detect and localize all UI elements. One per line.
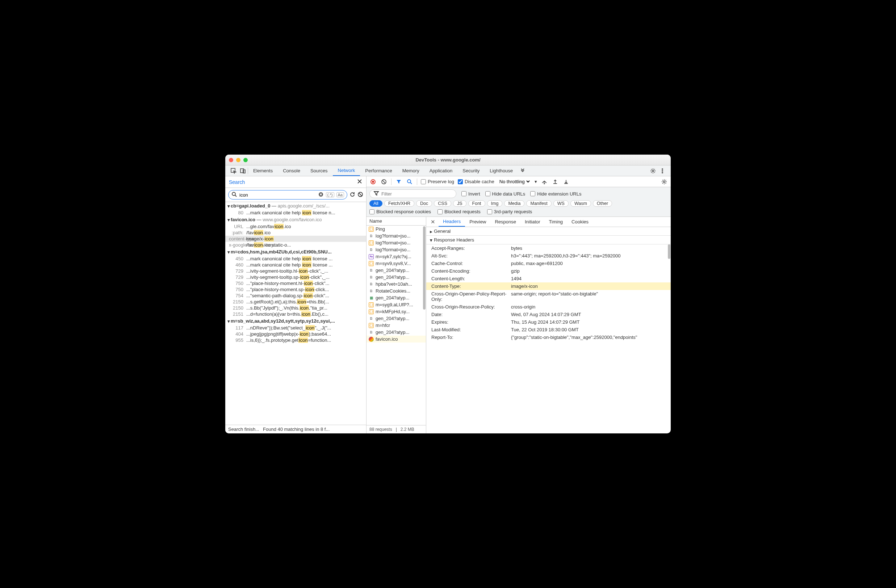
search-match-row[interactable]: content-type:image/x-icon — [225, 236, 366, 242]
inspect-icon[interactable] — [229, 168, 238, 174]
request-row[interactable]: ⇆m=syk7,sylc?xj... — [367, 253, 426, 260]
headers-scrollbar[interactable] — [668, 244, 670, 259]
filter-chip-all[interactable]: All — [369, 200, 382, 207]
header-row[interactable]: Date:Wed, 07 Aug 2024 14:07:29 GMT — [426, 311, 671, 318]
filter-chip-other[interactable]: Other — [593, 200, 612, 207]
header-row[interactable]: Alt-Svc:h3=":443"; ma=2592000,h3-29=":44… — [426, 252, 671, 260]
request-row[interactable]: 🗎hpba?vet=10ah... — [367, 280, 426, 288]
search-match-row[interactable]: URL...gle.com/favicon.ico — [225, 223, 366, 230]
search-match-row[interactable]: 2150...s.Bb("Jylpdf");_.Vn(this.icon,"ti… — [225, 305, 366, 311]
request-row[interactable]: 🗎gen_204?atyp... — [367, 329, 426, 336]
filter-chip-css[interactable]: CSS — [434, 200, 451, 207]
panel-tab-memory[interactable]: Memory — [397, 166, 424, 176]
upload-har-icon[interactable] — [552, 178, 559, 185]
search-input[interactable] — [239, 192, 316, 198]
detail-tab-timing[interactable]: Timing — [545, 217, 567, 227]
settings-icon[interactable] — [648, 168, 658, 174]
filter-chip-media[interactable]: Media — [504, 200, 524, 207]
request-row[interactable]: ▦gen_204?atyp... — [367, 294, 426, 301]
filter-icon[interactable] — [395, 178, 402, 185]
request-row[interactable]: 🗎gen_204?atyp... — [367, 274, 426, 280]
request-row[interactable]: favicon.ico — [367, 336, 426, 343]
refresh-search-icon[interactable] — [349, 192, 355, 198]
close-detail-icon[interactable]: ✕ — [428, 219, 437, 225]
invert-checkbox[interactable]: Invert — [462, 191, 480, 197]
search-file-header[interactable]: ▶favicon.ico — www.google.com/favicon.ic… — [225, 216, 366, 223]
record-button[interactable] — [369, 178, 376, 185]
request-row[interactable]: 🗎gen_204?atyp... — [367, 315, 426, 322]
panel-tab-network[interactable]: Network — [333, 166, 360, 176]
more-panels-icon[interactable] — [518, 168, 527, 174]
regex-toggle[interactable]: (.*) — [326, 192, 334, 197]
header-row[interactable]: Content-Length:1494 — [426, 275, 671, 282]
filter-chip-wasm[interactable]: Wasm — [570, 200, 591, 207]
search-match-row[interactable]: 750..."place-history-moment.hl-icon-clic… — [225, 280, 366, 286]
request-row[interactable]: {;}m=kMFpHd,sy... — [367, 308, 426, 315]
request-row[interactable]: {;}m=hfcr — [367, 322, 426, 329]
clear-button[interactable] — [380, 178, 387, 185]
case-toggle[interactable]: Aa — [337, 192, 344, 197]
network-settings-icon[interactable] — [661, 178, 668, 185]
search-toolbar-icon[interactable] — [406, 178, 413, 185]
kebab-menu-icon[interactable] — [658, 168, 667, 174]
request-row[interactable]: {;}Ping — [367, 225, 426, 232]
search-match-row[interactable]: 754..."semantic-path-dialog.sp-icon-clic… — [225, 292, 366, 299]
preserve-log-checkbox[interactable]: Preserve log — [421, 179, 454, 184]
filter-chip-ws[interactable]: WS — [553, 200, 568, 207]
close-search-icon[interactable] — [357, 178, 363, 185]
general-section[interactable]: ▶General — [426, 227, 671, 236]
filter-chip-font[interactable]: Font — [468, 200, 485, 207]
request-row[interactable]: {;}m=syv9,syv8,V... — [367, 260, 426, 267]
panel-tab-lighthouse[interactable]: Lighthouse — [485, 166, 518, 176]
filter-chip-fetchxhr[interactable]: Fetch/XHR — [384, 200, 414, 207]
header-row[interactable]: Accept-Ranges:bytes — [426, 244, 671, 252]
search-match-row[interactable]: 460...mark canonical cite help icon lice… — [225, 262, 366, 268]
search-match-row[interactable]: 117...nDReve"));Bw.set("select_icon",_.J… — [225, 325, 366, 331]
throttling-select[interactable]: No throttling — [498, 178, 531, 185]
header-row[interactable]: Content-Encoding:gzip — [426, 267, 671, 275]
hide-data-urls-checkbox[interactable]: Hide data URLs — [485, 191, 526, 197]
search-match-row[interactable]: 955...is,6)};_.fs.prototype.getIcon=func… — [225, 337, 366, 343]
disable-cache-checkbox[interactable]: Disable cache — [458, 179, 494, 184]
search-match-row[interactable]: 2150...s.getRoot().el(),a);this.icon=thi… — [225, 299, 366, 305]
request-row[interactable]: 🗎log?format=jso... — [367, 246, 426, 253]
device-toolbar-icon[interactable] — [238, 168, 248, 174]
third-party-checkbox[interactable]: 3rd-party requests — [487, 209, 532, 214]
header-row[interactable]: Cross-Origin-Resource-Policy:cross-origi… — [426, 303, 671, 311]
response-headers-section[interactable]: ▶Response Headers — [426, 236, 671, 244]
request-row[interactable]: 🗎gen_204?atyp... — [367, 267, 426, 274]
download-har-icon[interactable] — [562, 178, 570, 185]
detail-tab-headers[interactable]: Headers — [439, 217, 465, 227]
filter-chip-manifest[interactable]: Manifest — [526, 200, 551, 207]
header-row[interactable]: Content-Type:image/x-icon — [426, 282, 671, 290]
search-match-row[interactable]: 2151...d=function(a){var b=this.icon.Eb(… — [225, 311, 366, 317]
request-row[interactable]: {;}m=syg9,aLUfP?... — [367, 301, 426, 308]
filter-chip-doc[interactable]: Doc — [416, 200, 432, 207]
panel-tab-security[interactable]: Security — [457, 166, 485, 176]
detail-tab-initiator[interactable]: Initiator — [520, 217, 545, 227]
detail-tab-preview[interactable]: Preview — [465, 217, 491, 227]
header-row[interactable]: Report-To:{"group":"static-on-bigtable",… — [426, 334, 671, 341]
search-match-row[interactable]: 450...mark canonical cite help icon lice… — [225, 256, 366, 262]
blocked-requests-checkbox[interactable]: Blocked requests — [437, 209, 481, 214]
clear-all-icon[interactable] — [357, 192, 363, 198]
request-list-header[interactable]: Name — [367, 217, 426, 225]
filter-chip-img[interactable]: Img — [487, 200, 503, 207]
clear-search-icon[interactable] — [318, 192, 324, 198]
search-match-row[interactable]: 80...mark canonical cite help icon licen… — [225, 210, 366, 216]
search-match-row[interactable]: 729...ivity-segment-tooltip.sp-icon-clic… — [225, 274, 366, 280]
header-row[interactable]: Last-Modified:Tue, 22 Oct 2019 18:30:00 … — [426, 326, 671, 334]
panel-tab-elements[interactable]: Elements — [248, 166, 278, 176]
detail-tab-cookies[interactable]: Cookies — [567, 217, 593, 227]
request-row[interactable]: 🗎RotateCookies... — [367, 288, 426, 294]
search-results[interactable]: ▶cb=gapi.loaded_0 — apis.google.com/_/sc… — [225, 202, 366, 425]
search-match-row[interactable]: x-google-scs-row-key:/favicon.ico:static… — [225, 242, 366, 248]
search-match-row[interactable]: 750..."place-history-moment.sp-icon-clic… — [225, 286, 366, 292]
hide-extension-urls-checkbox[interactable]: Hide extension URLs — [530, 191, 581, 197]
panel-tab-performance[interactable]: Performance — [360, 166, 397, 176]
request-list-scrollbar[interactable] — [423, 226, 425, 309]
blocked-cookies-checkbox[interactable]: Blocked response cookies — [369, 209, 431, 214]
panel-tab-application[interactable]: Application — [424, 166, 458, 176]
filter-input[interactable] — [381, 191, 453, 197]
filter-chip-js[interactable]: JS — [453, 200, 466, 207]
